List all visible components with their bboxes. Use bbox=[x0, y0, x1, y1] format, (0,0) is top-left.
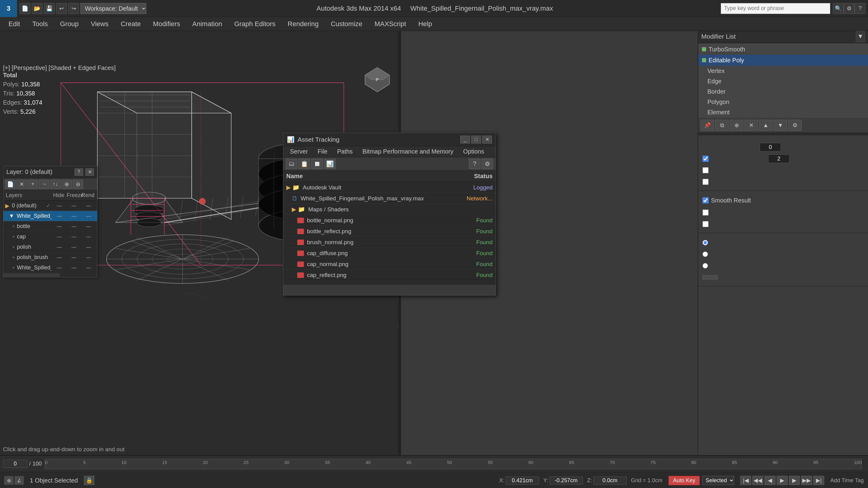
at-tool1[interactable]: 🗂 bbox=[286, 159, 297, 169]
lp-new-btn[interactable]: 📄 bbox=[5, 180, 16, 189]
undo-btn[interactable]: ↩ bbox=[56, 3, 67, 14]
menu-views[interactable]: Views bbox=[85, 19, 114, 29]
lp-row-default-layer[interactable]: ▶ 0 (default) ✓ — — — bbox=[3, 201, 97, 211]
nav-cube[interactable]: P bbox=[362, 64, 393, 95]
redo-btn[interactable]: ↪ bbox=[68, 3, 79, 14]
menu-maxscript[interactable]: MAXScript bbox=[369, 19, 412, 29]
at-row-img1[interactable]: bottle_normal.png Found bbox=[283, 215, 496, 226]
frame-input[interactable] bbox=[3, 460, 27, 468]
epoly-polygon[interactable]: Polygon bbox=[698, 97, 868, 107]
snap-toggle[interactable]: ⊕ bbox=[4, 476, 13, 485]
mod-move-down-btn[interactable]: ▼ bbox=[774, 120, 787, 131]
pb-prev-frame[interactable]: ◀ bbox=[765, 476, 776, 485]
at-row-img3[interactable]: brush_normal.png Found bbox=[283, 237, 496, 248]
lp-expand-btn[interactable]: ⊕ bbox=[61, 180, 72, 189]
at-close[interactable]: ✕ bbox=[482, 136, 492, 143]
lp-collapse-btn[interactable]: ⊖ bbox=[73, 180, 83, 189]
at-maximize[interactable]: □ bbox=[471, 136, 481, 143]
at-row-img6[interactable]: cap_reflect.png Found bbox=[283, 270, 496, 280]
menu-modifiers[interactable]: Modifiers bbox=[148, 19, 186, 29]
at-help[interactable]: ? bbox=[469, 159, 480, 169]
at-menu-options[interactable]: Options bbox=[459, 148, 488, 156]
menu-group[interactable]: Group bbox=[55, 19, 84, 29]
epoly-edge[interactable]: Edge bbox=[698, 76, 868, 86]
menu-tools[interactable]: Tools bbox=[27, 19, 53, 29]
mod-pin-btn[interactable]: 📌 bbox=[701, 120, 714, 131]
save-btn[interactable]: 💾 bbox=[44, 3, 55, 14]
menu-edit[interactable]: Edit bbox=[3, 19, 26, 29]
mod-turbosmoooth[interactable]: TurboSmooth bbox=[698, 44, 868, 55]
at-row-maxfile[interactable]: 🗋 White_Spilled_Fingernail_Polish_max_vr… bbox=[283, 193, 496, 204]
at-tool3[interactable]: 🔲 bbox=[311, 159, 323, 169]
modifier-list-dropdown[interactable]: ▼ bbox=[856, 31, 865, 42]
render-iters-input[interactable] bbox=[768, 155, 789, 163]
lp-row-wsf-polish[interactable]: ◦ White_Spilled_Fingernail_Polish — — — bbox=[3, 263, 97, 273]
menu-graph-editors[interactable]: Graph Editors bbox=[229, 19, 281, 29]
filter-btn[interactable]: ⚙ bbox=[844, 3, 855, 14]
menu-create[interactable]: Create bbox=[115, 19, 146, 29]
epoly-border[interactable]: Border bbox=[698, 86, 868, 97]
smoothing-groups-checkbox[interactable] bbox=[703, 221, 709, 227]
mod-instance-btn[interactable]: ⊕ bbox=[730, 120, 743, 131]
mod-delete-btn[interactable]: ✕ bbox=[744, 120, 758, 131]
mod-editable-poly[interactable]: Editable Poly bbox=[698, 55, 868, 66]
open-btn[interactable]: 📂 bbox=[32, 3, 42, 14]
isoline-checkbox[interactable] bbox=[703, 167, 709, 173]
at-scrollbar[interactable] bbox=[283, 280, 496, 284]
explicit-normals-checkbox[interactable] bbox=[703, 179, 709, 185]
pb-next-end[interactable]: ▶| bbox=[813, 476, 824, 485]
lp-select-btn[interactable]: → bbox=[39, 180, 49, 189]
at-tool4[interactable]: 📊 bbox=[324, 159, 336, 169]
autokey-btn[interactable]: Auto Key bbox=[669, 476, 700, 485]
lp-close[interactable]: ✕ bbox=[86, 168, 94, 176]
new-btn[interactable]: 📄 bbox=[20, 3, 30, 14]
mod-move-up-btn[interactable]: ▲ bbox=[759, 120, 772, 131]
menu-help[interactable]: Help bbox=[413, 19, 437, 29]
timeline-track[interactable]: 0 5 10 15 20 25 30 35 40 45 50 bbox=[45, 459, 862, 469]
at-menu-paths[interactable]: Paths bbox=[333, 148, 357, 156]
at-tool2[interactable]: 📋 bbox=[299, 159, 310, 169]
key-filter-selector[interactable]: Selected bbox=[702, 476, 734, 485]
lp-row-bottle[interactable]: ◦ bottle — — — bbox=[3, 221, 97, 232]
lp-row-main-object[interactable]: ▼ White_Spilled_Fingernail_Polish — — — bbox=[3, 211, 97, 221]
workspace-selector[interactable]: Workspace: Default bbox=[80, 3, 146, 14]
menu-rendering[interactable]: Rendering bbox=[282, 19, 324, 29]
coord-z[interactable] bbox=[593, 477, 627, 485]
search-input[interactable] bbox=[721, 3, 830, 14]
lp-delete-btn[interactable]: ✕ bbox=[17, 180, 27, 189]
lock-icon[interactable]: 🔒 bbox=[84, 476, 94, 485]
search-btn[interactable]: 🔍 bbox=[833, 3, 844, 14]
at-row-maps[interactable]: ▶ 📁 Maps / Shaders bbox=[283, 204, 496, 215]
lp-row-polish[interactable]: ◦ polish — — — bbox=[3, 242, 97, 252]
mod-copy-btn[interactable]: ⧉ bbox=[715, 120, 728, 131]
lp-move-btn[interactable]: ↑↓ bbox=[50, 180, 61, 189]
pb-next-key[interactable]: ▶▶ bbox=[801, 476, 812, 485]
at-settings[interactable]: ⚙ bbox=[482, 159, 493, 169]
epoly-element[interactable]: Element bbox=[698, 107, 868, 117]
at-menu-server[interactable]: Server bbox=[286, 148, 312, 156]
menu-animation[interactable]: Animation bbox=[187, 19, 227, 29]
mod-toggle-turbosmoooth[interactable] bbox=[702, 47, 706, 52]
menu-customize[interactable]: Customize bbox=[325, 19, 368, 29]
coord-y[interactable] bbox=[550, 477, 583, 485]
pb-prev-key[interactable]: ◀◀ bbox=[752, 476, 763, 485]
lp-row-polish-brush[interactable]: ◦ polish_brush — — — bbox=[3, 252, 97, 263]
smooth-result-checkbox[interactable] bbox=[703, 197, 709, 203]
coord-x[interactable] bbox=[506, 477, 539, 485]
pb-next-frame[interactable]: ▶ bbox=[789, 476, 800, 485]
epoly-vertex[interactable]: Vertex bbox=[698, 66, 868, 76]
at-row-img5[interactable]: cap_normal.png Found bbox=[283, 259, 496, 270]
lp-row-cap[interactable]: ◦ cap — — — bbox=[3, 232, 97, 242]
at-menu-file[interactable]: File bbox=[313, 148, 332, 156]
lp-scrollbar[interactable] bbox=[3, 273, 97, 277]
mod-toggle-epoly[interactable] bbox=[702, 58, 706, 62]
manually-radio[interactable] bbox=[703, 263, 708, 268]
always-radio[interactable] bbox=[703, 240, 708, 246]
render-iters-checkbox[interactable] bbox=[703, 156, 709, 162]
help-btn[interactable]: ? bbox=[855, 3, 866, 14]
update-button[interactable] bbox=[703, 275, 718, 280]
lp-add-btn[interactable]: + bbox=[28, 180, 38, 189]
lp-question[interactable]: ? bbox=[74, 168, 83, 176]
mod-configure-btn[interactable]: ⚙ bbox=[788, 120, 802, 131]
iterations-input[interactable] bbox=[760, 143, 781, 152]
